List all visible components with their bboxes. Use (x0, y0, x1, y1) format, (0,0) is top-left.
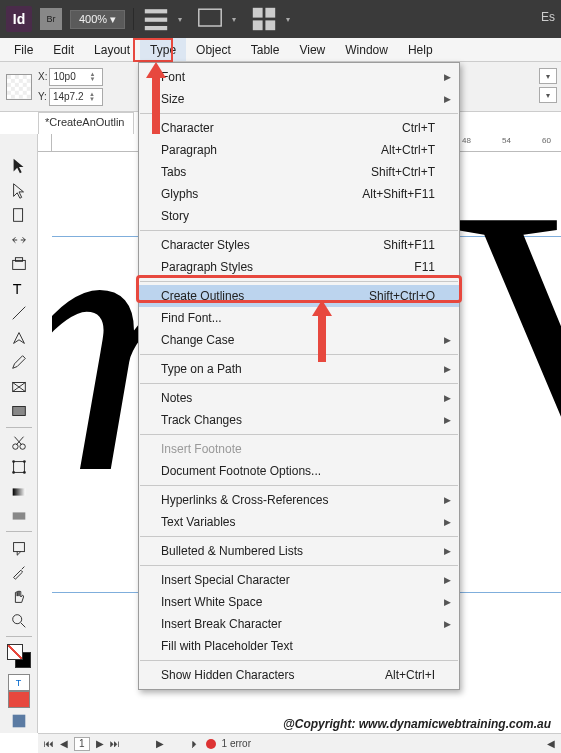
nav-last-icon[interactable]: ⏭ (110, 738, 120, 749)
menu-item-character-styles[interactable]: Character StylesShift+F11 (139, 234, 459, 256)
content-collector-tool[interactable] (4, 252, 34, 277)
menu-item-type-on-a-path[interactable]: Type on a Path▶ (139, 358, 459, 380)
menu-item-insert-white-space[interactable]: Insert White Space▶ (139, 591, 459, 613)
menu-item-text-variables[interactable]: Text Variables▶ (139, 511, 459, 533)
svg-rect-3 (199, 9, 221, 26)
submenu-arrow-icon: ▶ (444, 495, 451, 505)
scissors-tool[interactable] (4, 430, 34, 455)
menu-edit[interactable]: Edit (43, 38, 84, 61)
view-options-icon[interactable] (142, 8, 170, 30)
zoom-level[interactable]: 400% ▾ (70, 10, 125, 29)
type-tool[interactable]: T (4, 277, 34, 302)
hand-tool[interactable] (4, 584, 34, 609)
screen-mode-icon[interactable] (196, 8, 224, 30)
menu-separator (140, 354, 458, 355)
y-field[interactable]: 14p7.2▲▼ (49, 88, 103, 106)
gradient-swatch-tool[interactable] (4, 479, 34, 504)
menu-item-tabs[interactable]: TabsShift+Ctrl+T (139, 161, 459, 183)
rectangle-frame-tool[interactable] (4, 375, 34, 400)
ruler-origin[interactable] (38, 134, 52, 152)
submenu-arrow-icon: ▶ (444, 335, 451, 345)
menu-view[interactable]: View (289, 38, 335, 61)
menu-bar: File Edit Layout Type Object Table View … (0, 38, 561, 62)
glyph-v: V (452, 152, 561, 559)
menu-item-document-footnote-options[interactable]: Document Footnote Options... (139, 460, 459, 482)
nav-next-icon[interactable]: ▶ (96, 738, 104, 749)
copyright-text: @Copyright: www.dynamicwebtraining.com.a… (283, 717, 551, 731)
line-tool[interactable] (4, 301, 34, 326)
menu-item-create-outlines[interactable]: Create OutlinesShift+Ctrl+O (139, 285, 459, 307)
direct-selection-tool[interactable] (4, 179, 34, 204)
arrange-icon[interactable] (250, 8, 278, 30)
menu-item-bulleted-numbered-lists[interactable]: Bulleted & Numbered Lists▶ (139, 540, 459, 562)
menu-item-glyphs[interactable]: GlyphsAlt+Shift+F11 (139, 183, 459, 205)
screen-mode-normal-icon[interactable] (4, 708, 34, 733)
submenu-arrow-icon: ▶ (444, 364, 451, 374)
document-tab[interactable]: *CreateAnOutlin (38, 112, 134, 134)
rectangle-tool[interactable] (4, 399, 34, 424)
menu-item-show-hidden-characters[interactable]: Show Hidden CharactersAlt+Ctrl+I (139, 664, 459, 686)
eyedropper-tool[interactable] (4, 560, 34, 585)
pen-tool[interactable] (4, 326, 34, 351)
note-tool[interactable] (4, 535, 34, 560)
page-tool[interactable] (4, 203, 34, 228)
menu-item-character[interactable]: CharacterCtrl+T (139, 117, 459, 139)
preflight-menu-icon[interactable]: ⏵ (190, 738, 200, 749)
control-dropdown-1[interactable]: ▾ (539, 68, 557, 84)
bridge-icon[interactable]: Br (40, 8, 62, 30)
menu-item-font[interactable]: Font▶ (139, 66, 459, 88)
menu-item-track-changes[interactable]: Track Changes▶ (139, 409, 459, 431)
submenu-arrow-icon: ▶ (444, 94, 451, 104)
menu-item-paragraph-styles[interactable]: Paragraph StylesF11 (139, 256, 459, 278)
menu-item-story[interactable]: Story (139, 205, 459, 227)
free-transform-tool[interactable] (4, 455, 34, 480)
svg-point-22 (12, 460, 15, 463)
submenu-arrow-icon: ▶ (444, 415, 451, 425)
menu-item-notes[interactable]: Notes▶ (139, 387, 459, 409)
menu-item-size[interactable]: Size▶ (139, 88, 459, 110)
x-field[interactable]: 10p0▲▼ (49, 68, 103, 86)
menu-type[interactable]: Type (140, 38, 186, 61)
page-number-field[interactable]: 1 (74, 737, 90, 751)
menu-item-change-case[interactable]: Change Case▶ (139, 329, 459, 351)
nav-prev-icon[interactable]: ◀ (60, 738, 68, 749)
nav-first-icon[interactable]: ⏮ (44, 738, 54, 749)
zoom-tool[interactable] (4, 609, 34, 634)
menu-file[interactable]: File (4, 38, 43, 61)
control-dropdown-2[interactable]: ▾ (539, 87, 557, 103)
menu-window[interactable]: Window (335, 38, 398, 61)
status-bar: ⏮ ◀ 1 ▶ ⏭ ▶ ⏵ 1 error ◀ (38, 733, 561, 753)
menu-layout[interactable]: Layout (84, 38, 140, 61)
menu-item-insert-break-character[interactable]: Insert Break Character▶ (139, 613, 459, 635)
submenu-arrow-icon: ▶ (444, 393, 451, 403)
menu-object[interactable]: Object (186, 38, 241, 61)
svg-point-18 (19, 444, 24, 449)
error-count[interactable]: 1 error (222, 738, 251, 749)
apply-color-icon[interactable] (8, 691, 30, 708)
selection-tool[interactable] (4, 154, 34, 179)
menu-table[interactable]: Table (241, 38, 290, 61)
menu-item-insert-special-character[interactable]: Insert Special Character▶ (139, 569, 459, 591)
gap-tool[interactable] (4, 228, 34, 253)
pencil-tool[interactable] (4, 350, 34, 375)
formatting-container-icon[interactable]: T (8, 674, 30, 691)
menu-item-find-font[interactable]: Find Font... (139, 307, 459, 329)
svg-rect-8 (13, 209, 22, 222)
menu-item-paragraph[interactable]: ParagraphAlt+Ctrl+T (139, 139, 459, 161)
reference-point-grid[interactable] (6, 74, 32, 100)
x-label: X: (38, 71, 47, 82)
error-indicator-icon[interactable] (206, 739, 216, 749)
svg-rect-0 (145, 9, 167, 13)
menu-separator (140, 230, 458, 231)
menu-separator (140, 383, 458, 384)
gradient-feather-tool[interactable] (4, 504, 34, 529)
fill-stroke-swatches[interactable] (7, 644, 31, 668)
svg-rect-5 (266, 8, 276, 18)
menu-item-fill-with-placeholder-text[interactable]: Fill with Placeholder Text (139, 635, 459, 657)
menu-help[interactable]: Help (398, 38, 443, 61)
svg-rect-31 (12, 714, 25, 727)
workspace-label[interactable]: Es (541, 10, 555, 24)
menu-item-hyperlinks-cross-references[interactable]: Hyperlinks & Cross-References▶ (139, 489, 459, 511)
submenu-arrow-icon: ▶ (444, 546, 451, 556)
scroll-left-icon[interactable]: ◀ (547, 738, 555, 749)
